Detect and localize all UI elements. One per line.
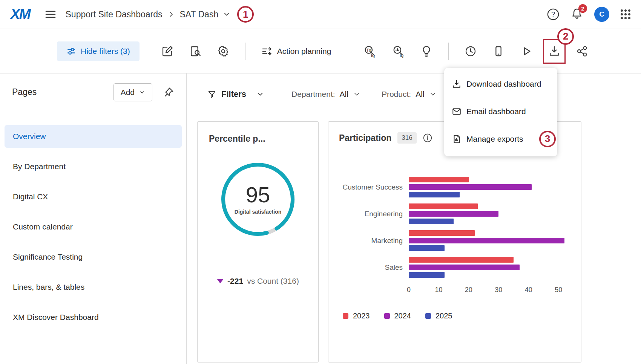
legend-item-2023[interactable]: 2023 <box>343 312 370 320</box>
menu-item-label: Manage exports <box>466 135 523 144</box>
sliders-icon <box>66 46 76 56</box>
page-preview-icon[interactable] <box>189 45 201 57</box>
count-badge: 316 <box>397 132 416 144</box>
chevron-down-icon <box>429 90 437 98</box>
breadcrumb-root[interactable]: Support Site Dashboards <box>66 9 163 20</box>
participation-chart-widget[interactable]: Participation 316 Customer SuccessEngine… <box>328 121 581 362</box>
annotation-step-3: 3 <box>539 131 556 147</box>
widgets-row: Percentile p... 95 Digital satisfaction <box>187 115 641 362</box>
page-list: Overview By Department Digital CX Custom… <box>0 111 186 329</box>
edit-dashboard-icon[interactable] <box>161 45 173 57</box>
chevron-down-icon <box>139 89 145 95</box>
department-filter[interactable]: Department: All <box>291 90 360 99</box>
chart-category-row: Marketing <box>339 227 570 254</box>
legend-label: 2023 <box>353 312 370 320</box>
bar-2025-marketing[interactable] <box>409 245 445 251</box>
sidebar-item-by-department[interactable]: By Department <box>5 155 182 178</box>
hamburger-menu-icon[interactable] <box>44 8 57 20</box>
filters-chevron-icon[interactable] <box>256 90 264 98</box>
info-icon[interactable] <box>423 133 432 143</box>
menu-item-manage-exports[interactable]: Manage exports 3 <box>444 125 557 153</box>
delta-value: -221 <box>227 277 243 286</box>
breadcrumb: Support Site Dashboards SAT Dash 1 <box>66 6 254 23</box>
breadcrumb-current[interactable]: SAT Dash <box>180 9 219 20</box>
chevron-down-icon[interactable] <box>223 11 230 18</box>
bar-2023-customer-success[interactable] <box>409 177 469 182</box>
decrease-triangle-icon <box>217 279 224 283</box>
hide-filters-button[interactable]: Hide filters (3) <box>57 41 140 61</box>
action-planning-button[interactable]: Action planning <box>261 46 331 57</box>
legend-item-2024[interactable]: 2024 <box>384 312 411 320</box>
hide-filters-label: Hide filters (3) <box>81 47 130 56</box>
toolbar-divider <box>448 43 449 60</box>
xm-logo[interactable]: XM <box>11 6 30 22</box>
sidebar-item-custom-calendar[interactable]: Custom calendar <box>5 216 182 238</box>
legend-swatch <box>384 313 390 319</box>
svg-text:Tq: Tq <box>367 47 371 52</box>
legend-item-2025[interactable]: 2025 <box>425 312 452 320</box>
pages-sidebar-header: Pages Add <box>0 73 186 111</box>
bar-2025-engineering[interactable] <box>409 219 454 224</box>
share-icon[interactable] <box>576 45 588 57</box>
bar-2023-marketing[interactable] <box>409 230 475 236</box>
page-item-label: Custom calendar <box>13 222 73 231</box>
legend-swatch <box>425 313 431 319</box>
sidebar-item-significance-testing[interactable]: Significance Testing <box>5 246 182 268</box>
pages-title: Pages <box>12 87 37 97</box>
filters-toggle[interactable]: Filters <box>208 89 246 99</box>
page-item-label: Digital CX <box>13 192 48 201</box>
bar-2024-sales[interactable] <box>409 265 520 270</box>
bar-2025-customer-success[interactable] <box>409 192 460 197</box>
menu-item-label: Download dashboard <box>466 80 541 89</box>
x-tick-label: 30 <box>495 286 502 294</box>
bar-2023-engineering[interactable] <box>409 203 478 209</box>
category-label: Customer Success <box>339 183 409 191</box>
page-item-label: By Department <box>13 162 66 171</box>
settings-gear-icon[interactable] <box>217 45 229 57</box>
bar-group <box>409 257 570 278</box>
filter-bar: Filters Department: All Product: All <box>187 73 641 115</box>
menu-item-download-dashboard[interactable]: Download dashboard <box>444 70 557 98</box>
bar-group <box>409 177 570 197</box>
gauge-caption: Digital satisfaction <box>235 209 281 215</box>
help-icon[interactable]: ? <box>547 8 560 21</box>
bar-2024-engineering[interactable] <box>409 211 498 217</box>
notifications-bell[interactable]: 2 <box>571 8 583 21</box>
product-filter[interactable]: Product: All <box>382 90 437 99</box>
bar-2024-marketing[interactable] <box>409 238 564 243</box>
pages-sidebar: Pages Add Overview By Department Digital… <box>0 73 187 364</box>
toolbar-divider <box>245 43 245 60</box>
stats-iq-icon[interactable]: iQ <box>392 45 405 58</box>
chart-rows: Customer SuccessEngineeringMarketingSale… <box>339 174 570 281</box>
svg-text:iQ: iQ <box>400 54 404 57</box>
legend-swatch <box>343 313 348 319</box>
annotation-step-2: 2 <box>557 28 574 45</box>
avatar[interactable]: C <box>594 7 609 22</box>
apps-grid-icon[interactable] <box>621 9 630 19</box>
bar-2025-sales[interactable] <box>409 272 445 278</box>
percentile-gauge-widget[interactable]: Percentile p... 95 Digital satisfaction <box>197 121 319 362</box>
gauge-delta: -221 vs Count (316) <box>209 277 307 286</box>
email-icon <box>452 107 462 116</box>
delta-comparison: vs Count (316) <box>247 277 299 286</box>
download-icon <box>452 79 462 89</box>
add-page-button[interactable]: Add <box>113 83 152 101</box>
topbar-actions: ? 2 C <box>547 7 630 22</box>
play-presentation-icon[interactable] <box>520 45 532 57</box>
menu-item-email-dashboard[interactable]: Email dashboard <box>444 98 557 125</box>
mobile-preview-icon[interactable] <box>492 45 505 57</box>
sidebar-item-digital-cx[interactable]: Digital CX <box>5 185 182 208</box>
pin-sidebar-icon[interactable] <box>163 87 174 98</box>
download-icon[interactable] <box>548 45 560 57</box>
insights-lightbulb-icon[interactable] <box>420 45 432 57</box>
dashboard-toolbar: Hide filters (3) Action planning TqiQ iQ <box>0 29 641 73</box>
schedule-clock-icon[interactable] <box>465 45 477 57</box>
category-label: Marketing <box>339 237 409 245</box>
sidebar-item-lines-bars-tables[interactable]: Lines, bars, & tables <box>5 276 182 298</box>
text-iq-icon[interactable]: TqiQ <box>363 45 376 58</box>
sidebar-item-overview[interactable]: Overview <box>5 125 182 148</box>
bar-2023-sales[interactable] <box>409 257 514 263</box>
bar-2024-customer-success[interactable] <box>409 184 532 190</box>
filters-label: Filters <box>221 89 246 99</box>
sidebar-item-xm-discover-dashboard[interactable]: XM Discover Dashboard <box>5 306 182 329</box>
